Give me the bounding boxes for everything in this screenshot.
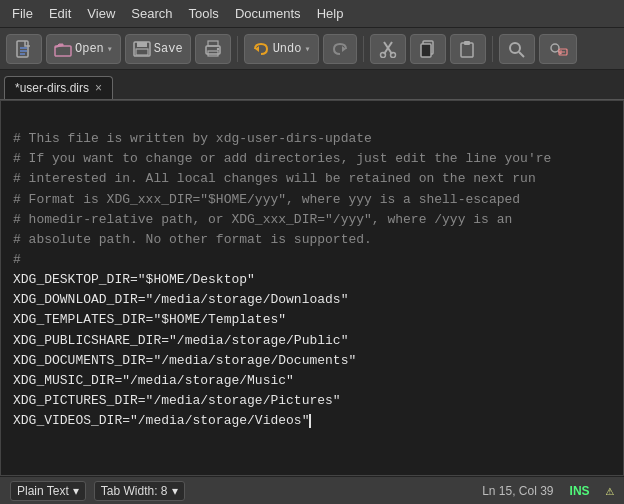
statusbar: Plain Text ▾ Tab Width: 8 ▾ Ln 15, Col 3… bbox=[0, 476, 624, 504]
tab-close-button[interactable]: × bbox=[95, 81, 102, 95]
svg-rect-4 bbox=[55, 46, 71, 56]
status-right: Ln 15, Col 39 INS ⚠ bbox=[482, 482, 614, 499]
svg-point-24 bbox=[551, 44, 559, 52]
filetype-label: Plain Text bbox=[17, 484, 69, 498]
save-label: Save bbox=[154, 42, 183, 56]
line-6: # absolute path. No other format is supp… bbox=[13, 232, 372, 247]
tabwidth-arrow-icon: ▾ bbox=[172, 484, 178, 498]
replace-button[interactable] bbox=[539, 34, 577, 64]
tab-filename: *user-dirs.dirs bbox=[15, 81, 89, 95]
menu-view[interactable]: View bbox=[79, 3, 123, 24]
svg-rect-19 bbox=[421, 44, 431, 57]
line-9: XDG_DOWNLOAD_DIR="/media/storage/Downloa… bbox=[13, 292, 348, 307]
svg-line-23 bbox=[519, 52, 524, 57]
filetype-arrow-icon: ▾ bbox=[73, 484, 79, 498]
svg-rect-6 bbox=[137, 42, 147, 47]
svg-point-16 bbox=[380, 52, 385, 57]
save-button[interactable]: Save bbox=[125, 34, 191, 64]
status-left: Plain Text ▾ Tab Width: 8 ▾ bbox=[10, 481, 482, 501]
warning-icon: ⚠ bbox=[606, 482, 614, 499]
tabbar: *user-dirs.dirs × bbox=[0, 70, 624, 100]
line-12: XDG_DOCUMENTS_DIR="/media/storage/Docume… bbox=[13, 353, 356, 368]
svg-point-17 bbox=[390, 52, 395, 57]
svg-rect-20 bbox=[461, 43, 473, 57]
line-7: # bbox=[13, 252, 21, 267]
toolbar-separator-3 bbox=[492, 36, 493, 62]
tabwidth-dropdown[interactable]: Tab Width: 8 ▾ bbox=[94, 481, 185, 501]
new-button[interactable] bbox=[6, 34, 42, 64]
line-8: XDG_DESKTOP_DIR="$HOME/Desktop" bbox=[13, 272, 255, 287]
open-label: Open bbox=[75, 42, 104, 56]
open-button[interactable]: Open ▾ bbox=[46, 34, 121, 64]
toolbar-separator-2 bbox=[363, 36, 364, 62]
copy-button[interactable] bbox=[410, 34, 446, 64]
menu-search[interactable]: Search bbox=[123, 3, 180, 24]
line-13: XDG_MUSIC_DIR="/media/storage/Music" bbox=[13, 373, 294, 388]
menu-help[interactable]: Help bbox=[309, 3, 352, 24]
undo-label: Undo bbox=[273, 42, 302, 56]
cut-button[interactable] bbox=[370, 34, 406, 64]
line-3: # interested in. All local changes will … bbox=[13, 171, 536, 186]
line-10: XDG_TEMPLATES_DIR="$HOME/Templates" bbox=[13, 312, 286, 327]
filetype-dropdown[interactable]: Plain Text ▾ bbox=[10, 481, 86, 501]
line-2: # If you want to change or add directori… bbox=[13, 151, 551, 166]
svg-point-22 bbox=[510, 43, 520, 53]
cursor-position: Ln 15, Col 39 bbox=[482, 484, 553, 498]
undo-button[interactable]: Undo ▾ bbox=[244, 34, 319, 64]
tabwidth-label: Tab Width: 8 bbox=[101, 484, 168, 498]
line-11: XDG_PUBLICSHARE_DIR="/media/storage/Publ… bbox=[13, 333, 348, 348]
open-dropdown-icon[interactable]: ▾ bbox=[107, 43, 113, 55]
menu-file[interactable]: File bbox=[4, 3, 41, 24]
menu-edit[interactable]: Edit bbox=[41, 3, 79, 24]
tab-user-dirs[interactable]: *user-dirs.dirs × bbox=[4, 76, 113, 99]
toolbar: Open ▾ Save Undo ▾ bbox=[0, 28, 624, 70]
line-5: # homedir-relative path, or XDG_xxx_DIR=… bbox=[13, 212, 512, 227]
line-15: XDG_VIDEOS_DIR="/media/storage/Videos" bbox=[13, 413, 311, 428]
line-4: # Format is XDG_xxx_DIR="$HOME/yyy", whe… bbox=[13, 192, 520, 207]
line-14: XDG_PICTURES_DIR="/media/storage/Picture… bbox=[13, 393, 341, 408]
svg-rect-21 bbox=[464, 41, 470, 45]
menu-documents[interactable]: Documents bbox=[227, 3, 309, 24]
editor-area[interactable]: # This file is written by xdg-user-dirs-… bbox=[0, 100, 624, 476]
menu-tools[interactable]: Tools bbox=[181, 3, 227, 24]
undo-dropdown-icon[interactable]: ▾ bbox=[304, 43, 310, 55]
svg-rect-7 bbox=[136, 49, 148, 55]
insert-mode-badge: INS bbox=[570, 484, 590, 498]
paste-button[interactable] bbox=[450, 34, 486, 64]
redo-button[interactable] bbox=[323, 34, 357, 64]
svg-point-11 bbox=[216, 47, 218, 49]
line-1: # This file is written by xdg-user-dirs-… bbox=[13, 131, 372, 146]
search-button[interactable] bbox=[499, 34, 535, 64]
print-button[interactable] bbox=[195, 34, 231, 64]
toolbar-separator-1 bbox=[237, 36, 238, 62]
menubar: File Edit View Search Tools Documents He… bbox=[0, 0, 624, 28]
text-cursor bbox=[309, 414, 311, 428]
